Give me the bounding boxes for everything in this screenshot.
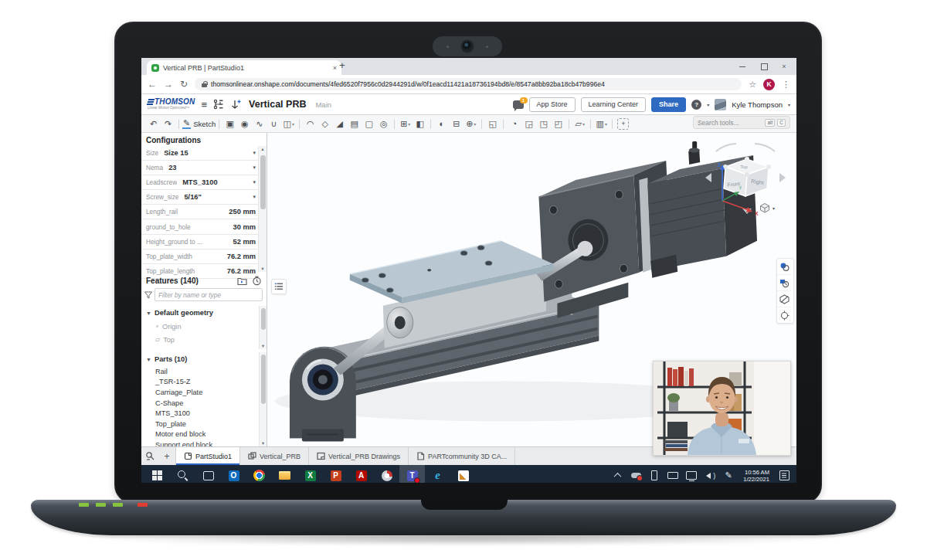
browser-profile-avatar[interactable]: K xyxy=(763,79,775,90)
internet-explorer-icon[interactable] xyxy=(425,465,450,483)
view-options-button[interactable]: ▾ xyxy=(759,202,775,213)
display-icon[interactable] xyxy=(682,465,701,483)
new-folder-icon[interactable] xyxy=(237,276,247,286)
rotate-right-arrow[interactable] xyxy=(779,173,786,182)
boolean-icon[interactable]: ◐ ▾ xyxy=(434,117,449,131)
chamfer-icon[interactable]: ◇ ▾ xyxy=(317,117,332,131)
config-row[interactable]: Leadscrew MTS_3100 ▾ xyxy=(141,175,259,190)
pen-icon[interactable] xyxy=(719,465,738,483)
file-explorer-icon[interactable] xyxy=(272,465,297,483)
geometry-item[interactable]: ∘ Origin xyxy=(141,320,260,333)
config-row[interactable]: Screw_size 5/16" ▾ xyxy=(141,190,259,205)
tab-close-icon[interactable]: × xyxy=(333,64,337,72)
geometry-scrollbar[interactable]: ▼ xyxy=(259,306,267,349)
hole-icon[interactable]: ◎ ▾ xyxy=(376,117,391,131)
browser-menu-icon[interactable]: ⋮ xyxy=(782,80,790,90)
select-tool-icon[interactable]: + ▾ xyxy=(616,117,630,131)
new-tab-button[interactable]: + xyxy=(339,59,345,71)
section-view-icon[interactable] xyxy=(777,291,792,307)
search-tools-box[interactable]: Search tools... alt C xyxy=(693,116,790,129)
photos-icon[interactable] xyxy=(450,465,476,483)
share-button[interactable]: Share xyxy=(651,97,686,112)
draft-icon[interactable]: ◢ ▾ xyxy=(332,117,347,131)
outlook-icon[interactable] xyxy=(221,465,246,483)
thomson-logo[interactable]: THOMSON Linear Motion Optimized™ xyxy=(148,98,195,110)
onedrive-icon[interactable] xyxy=(626,465,645,483)
tray-expand-icon[interactable] xyxy=(608,465,626,483)
fillet-surface-icon[interactable]: ◔ ▾ xyxy=(507,117,521,131)
scroll-down-icon[interactable]: ▼ xyxy=(260,441,267,446)
exploded-view-icon[interactable] xyxy=(777,307,792,323)
tab-vertical-prb[interactable]: Vertical_PRB xyxy=(240,447,309,465)
search-icon[interactable] xyxy=(170,465,195,483)
user-avatar[interactable] xyxy=(715,99,726,110)
parts-header[interactable]: ▼ Parts (10) xyxy=(141,352,260,366)
scroll-down-icon[interactable]: ▼ xyxy=(259,266,267,271)
parts-scrollbar[interactable]: ▼ xyxy=(259,352,267,446)
default-geometry-header[interactable]: ▼ Default geometry xyxy=(141,306,260,320)
shell-icon[interactable]: ▢ ▾ xyxy=(362,117,376,131)
part-item[interactable]: _TSR-15-Z xyxy=(141,377,260,388)
search-elements-icon[interactable] xyxy=(141,447,158,465)
start-icon[interactable] xyxy=(144,465,170,483)
mirror-icon[interactable]: ◧ ▾ xyxy=(413,117,427,131)
insert-studio-icon[interactable] xyxy=(230,99,241,110)
sketch-button[interactable]: ✎ Sketch ▾ xyxy=(182,117,216,131)
browser-tab[interactable]: Vertical PRB | PartStudio1 × xyxy=(147,60,341,75)
plane-icon[interactable]: ▱ ▾ xyxy=(572,117,587,131)
user-name[interactable]: Kyle Thompson xyxy=(732,100,783,109)
list-view-toggle-icon[interactable] xyxy=(271,279,287,294)
delete-face-icon[interactable]: ◲ ▾ xyxy=(521,117,536,131)
back-icon[interactable]: ← xyxy=(148,80,157,89)
document-menu-icon[interactable]: ≡ xyxy=(202,99,208,110)
rib-icon[interactable]: ▤ ▾ xyxy=(347,117,362,131)
rotate-left-arrow[interactable] xyxy=(705,173,711,182)
appearance-icon[interactable] xyxy=(777,259,792,275)
help-caret-icon[interactable]: ▾ xyxy=(707,102,709,107)
tab-partcommunity[interactable]: PARTcommunity 3D CA... xyxy=(409,447,515,465)
comments-icon[interactable]: 1 xyxy=(513,100,524,109)
config-row[interactable]: Height_ground to ... 52 mm ▾ xyxy=(141,235,259,249)
split-icon[interactable]: ⊟ ▾ xyxy=(449,117,464,131)
offset-surface-icon[interactable]: ◰ ▾ xyxy=(551,117,565,131)
teams-icon[interactable] xyxy=(399,465,425,483)
sweep-icon[interactable]: ∿ ▾ xyxy=(252,117,267,131)
part-item[interactable]: Support end block xyxy=(141,440,260,446)
user-menu-caret-icon[interactable]: ▾ xyxy=(788,102,790,107)
extrude-icon[interactable]: ▣ ▾ xyxy=(222,117,237,131)
battery-icon[interactable] xyxy=(664,465,682,483)
transform-icon[interactable]: ⊕ ▾ xyxy=(464,117,478,131)
acrobat-icon[interactable] xyxy=(348,465,374,483)
part-item[interactable]: Rail xyxy=(141,366,260,377)
undo-icon[interactable]: ↶ ▾ xyxy=(146,117,161,131)
cad-tool-icon[interactable] xyxy=(374,465,399,483)
scroll-down-icon[interactable]: ▼ xyxy=(260,344,267,348)
sheet-metal-icon[interactable]: ▥ ▾ xyxy=(594,117,609,131)
url-field[interactable]: thomsonlinear.onshape.com/documents/4fed… xyxy=(195,78,742,90)
part-item[interactable]: Motor end block xyxy=(141,429,260,440)
config-row[interactable]: Nema 23 ▾ xyxy=(141,161,259,175)
fillet-icon[interactable]: ◠ ▾ xyxy=(303,117,317,131)
window-close-button[interactable]: × xyxy=(773,58,795,75)
part-item[interactable]: C-Shape xyxy=(141,398,260,409)
tab-vertical-prb-drawings[interactable]: Vertical_PRB Drawings xyxy=(309,447,409,465)
view-cube[interactable]: Top Front Right Z X y xyxy=(699,139,792,216)
linear-pattern-icon[interactable]: ⊞ ▾ xyxy=(398,117,413,131)
help-icon[interactable]: ? xyxy=(691,100,701,110)
bookmark-star-icon[interactable]: ☆ xyxy=(749,80,756,90)
taskbar-clock[interactable]: 10:56 AM 1/22/2021 xyxy=(738,469,775,483)
thicken-icon[interactable]: ◫ ▾ xyxy=(281,117,296,131)
tab-partstudio1[interactable]: PartStudio1 xyxy=(175,447,240,465)
volume-icon[interactable] xyxy=(701,465,719,483)
forward-icon[interactable]: → xyxy=(164,80,173,89)
filter-icon[interactable] xyxy=(144,291,152,299)
usb-icon[interactable] xyxy=(645,465,664,483)
learning-center-button[interactable]: Learning Center xyxy=(581,97,647,112)
powerpoint-icon[interactable] xyxy=(323,465,348,483)
config-row[interactable]: Top_plate_width 76.2 mm ▾ xyxy=(141,249,259,264)
config-row[interactable]: ground_to_hole 30 mm ▾ xyxy=(141,219,259,234)
window-maximize-button[interactable] xyxy=(753,58,775,75)
part-item[interactable]: Carriage_Plate xyxy=(141,387,260,398)
config-row[interactable]: Size Size 15 ▾ xyxy=(141,146,259,161)
display-states-icon[interactable] xyxy=(777,275,792,291)
